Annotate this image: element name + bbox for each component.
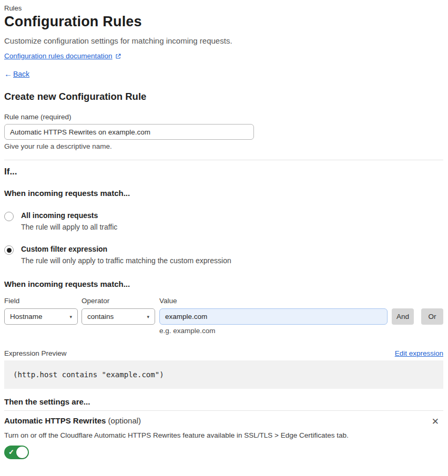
toggle-knob [16, 447, 28, 458]
radio-button-selected[interactable] [4, 245, 14, 255]
breadcrumb: Rules [4, 4, 443, 12]
operator-label: Operator [82, 297, 155, 305]
expression-preview-label: Expression Preview [4, 349, 67, 357]
expression-preview-box: (http.host contains "example.com") [4, 360, 443, 389]
operator-select[interactable]: contains ▾ [82, 308, 155, 325]
filter-match-heading: When incoming requests match... [4, 280, 443, 288]
chevron-down-icon: ▾ [147, 314, 149, 319]
setting-description: Turn on or off the Cloudflare Automatic … [4, 431, 443, 439]
automatic-https-rewrites-toggle[interactable]: ✓ [4, 446, 29, 459]
radio-option-description: The rule will apply to all traffic [21, 223, 117, 231]
radio-option-description: The rule will only apply to traffic matc… [21, 256, 231, 265]
documentation-link[interactable]: Configuration rules documentation [4, 52, 113, 60]
check-icon: ✓ [8, 448, 14, 456]
configuration-rules-page: Rules Configuration Rules Customize conf… [0, 0, 448, 459]
chevron-down-icon: ▾ [69, 314, 72, 319]
expression-code: (http.host contains "example.com") [13, 370, 164, 379]
field-label: Field [4, 297, 78, 305]
external-link-icon [115, 53, 121, 59]
radio-button-unselected[interactable] [4, 212, 14, 221]
or-button[interactable]: Or [421, 308, 443, 325]
page-title: Configuration Rules [4, 14, 443, 30]
create-rule-heading: Create new Configuration Rule [4, 91, 443, 102]
setting-name: Automatic HTTPS Rewrites [4, 416, 106, 425]
edit-expression-link[interactable]: Edit expression [395, 349, 443, 357]
filter-expression-builder: Field Hostname ▾ Operator contains ▾ Val… [4, 297, 443, 335]
then-settings-heading: Then the settings are... [4, 397, 443, 406]
field-select[interactable]: Hostname ▾ [4, 308, 78, 325]
radio-option-all-incoming-requests[interactable]: All incoming requests The rule will appl… [4, 211, 443, 231]
operator-select-value: contains [87, 313, 114, 320]
setting-optional-label: (optional) [108, 416, 141, 425]
setting-divider [4, 410, 443, 411]
page-subtitle: Customize configuration settings for mat… [4, 36, 443, 45]
setting-title: Automatic HTTPS Rewrites (optional) [4, 416, 141, 425]
remove-setting-button[interactable]: ✕ [429, 416, 442, 427]
incoming-requests-match-heading: When incoming requests match... [4, 189, 443, 198]
value-label: Value [159, 297, 388, 305]
back-arrow-icon: ← [4, 69, 12, 78]
rule-name-helper: Give your rule a descriptive name. [4, 142, 443, 150]
field-select-value: Hostname [10, 313, 43, 320]
radio-option-label: All incoming requests [21, 211, 117, 220]
section-divider [4, 160, 443, 160]
value-input[interactable] [159, 308, 388, 325]
radio-option-label: Custom filter expression [21, 245, 231, 253]
if-heading: If... [4, 167, 443, 177]
back-link[interactable]: Back [13, 70, 29, 78]
rule-name-label: Rule name (required) [4, 113, 443, 121]
value-example-helper: e.g. example.com [159, 327, 388, 335]
rule-name-input[interactable] [4, 124, 254, 140]
radio-dot [7, 248, 12, 253]
radio-option-custom-filter-expression[interactable]: Custom filter expression The rule will o… [4, 245, 443, 265]
and-button[interactable]: And [392, 308, 414, 325]
close-icon: ✕ [432, 417, 439, 427]
